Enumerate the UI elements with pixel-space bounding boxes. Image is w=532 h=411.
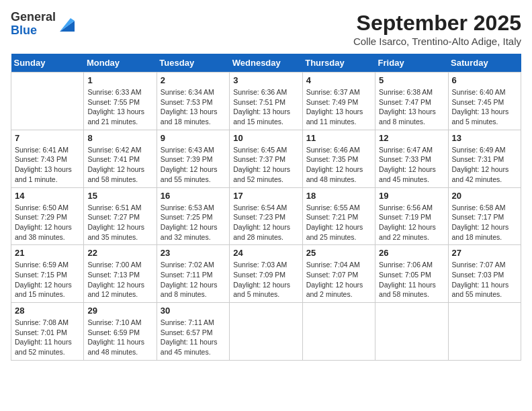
day-number: 18 bbox=[306, 191, 371, 201]
calendar-cell: 13Sunrise: 6:49 AMSunset: 7:31 PMDayligh… bbox=[448, 130, 521, 187]
calendar-cell bbox=[11, 73, 84, 130]
weekday-header: Saturday bbox=[448, 54, 521, 73]
day-number: 30 bbox=[161, 306, 226, 316]
weekday-row: SundayMondayTuesdayWednesdayThursdayFrid… bbox=[11, 54, 521, 73]
calendar-cell: 27Sunrise: 7:07 AMSunset: 7:03 PMDayligh… bbox=[448, 245, 521, 303]
calendar-cell: 4Sunrise: 6:37 AMSunset: 7:49 PMDaylight… bbox=[302, 73, 375, 130]
calendar-week: 21Sunrise: 6:59 AMSunset: 7:15 PMDayligh… bbox=[11, 245, 521, 303]
day-info: Sunrise: 7:04 AMSunset: 7:07 PMDaylight:… bbox=[306, 260, 371, 300]
calendar-cell: 5Sunrise: 6:38 AMSunset: 7:47 PMDaylight… bbox=[375, 73, 448, 130]
day-number: 10 bbox=[233, 133, 298, 143]
calendar-cell: 28Sunrise: 7:08 AMSunset: 7:01 PMDayligh… bbox=[11, 303, 84, 361]
logo-icon bbox=[57, 14, 77, 34]
day-info: Sunrise: 6:36 AMSunset: 7:51 PMDaylight:… bbox=[233, 87, 298, 127]
weekday-header: Sunday bbox=[11, 54, 84, 73]
day-info: Sunrise: 6:40 AMSunset: 7:45 PMDaylight:… bbox=[452, 87, 517, 127]
day-number: 28 bbox=[15, 306, 80, 316]
weekday-header: Monday bbox=[84, 54, 157, 73]
weekday-header: Wednesday bbox=[230, 54, 302, 73]
calendar-body: 1Sunrise: 6:33 AMSunset: 7:55 PMDaylight… bbox=[11, 73, 521, 361]
day-number: 8 bbox=[87, 133, 152, 143]
day-info: Sunrise: 7:10 AMSunset: 6:59 PMDaylight:… bbox=[87, 318, 152, 357]
day-info: Sunrise: 6:41 AMSunset: 7:43 PMDaylight:… bbox=[15, 145, 80, 185]
day-number: 19 bbox=[379, 191, 444, 201]
day-number: 5 bbox=[379, 75, 444, 85]
day-info: Sunrise: 7:11 AMSunset: 6:57 PMDaylight:… bbox=[161, 318, 226, 357]
calendar-cell: 11Sunrise: 6:46 AMSunset: 7:35 PMDayligh… bbox=[302, 130, 375, 187]
calendar-header: SundayMondayTuesdayWednesdayThursdayFrid… bbox=[11, 54, 521, 73]
calendar-cell: 17Sunrise: 6:54 AMSunset: 7:23 PMDayligh… bbox=[230, 187, 302, 245]
calendar-cell: 29Sunrise: 7:10 AMSunset: 6:59 PMDayligh… bbox=[84, 303, 157, 361]
calendar-cell: 24Sunrise: 7:03 AMSunset: 7:09 PMDayligh… bbox=[230, 245, 302, 303]
calendar-cell: 7Sunrise: 6:41 AMSunset: 7:43 PMDaylight… bbox=[11, 130, 84, 187]
weekday-header: Tuesday bbox=[157, 54, 229, 73]
weekday-header: Friday bbox=[375, 54, 448, 73]
day-info: Sunrise: 6:59 AMSunset: 7:15 PMDaylight:… bbox=[15, 260, 80, 300]
day-info: Sunrise: 6:43 AMSunset: 7:39 PMDaylight:… bbox=[161, 145, 226, 185]
calendar-cell: 30Sunrise: 7:11 AMSunset: 6:57 PMDayligh… bbox=[157, 303, 229, 361]
calendar-cell: 10Sunrise: 6:45 AMSunset: 7:37 PMDayligh… bbox=[230, 130, 302, 187]
weekday-header: Thursday bbox=[302, 54, 375, 73]
day-number: 17 bbox=[233, 191, 298, 201]
day-info: Sunrise: 6:37 AMSunset: 7:49 PMDaylight:… bbox=[306, 87, 371, 127]
day-info: Sunrise: 6:56 AMSunset: 7:19 PMDaylight:… bbox=[379, 203, 444, 242]
calendar-cell: 8Sunrise: 6:42 AMSunset: 7:41 PMDaylight… bbox=[84, 130, 157, 187]
day-info: Sunrise: 6:33 AMSunset: 7:55 PMDaylight:… bbox=[87, 87, 152, 127]
calendar-cell bbox=[230, 303, 302, 361]
day-number: 13 bbox=[452, 133, 517, 143]
day-number: 22 bbox=[87, 248, 152, 258]
day-info: Sunrise: 6:47 AMSunset: 7:33 PMDaylight:… bbox=[379, 145, 444, 185]
day-number: 23 bbox=[161, 248, 226, 258]
day-info: Sunrise: 6:45 AMSunset: 7:37 PMDaylight:… bbox=[233, 145, 298, 185]
day-info: Sunrise: 7:08 AMSunset: 7:01 PMDaylight:… bbox=[15, 318, 80, 357]
calendar-cell: 14Sunrise: 6:50 AMSunset: 7:29 PMDayligh… bbox=[11, 187, 84, 245]
day-info: Sunrise: 7:00 AMSunset: 7:13 PMDaylight:… bbox=[87, 260, 152, 300]
calendar-week: 28Sunrise: 7:08 AMSunset: 7:01 PMDayligh… bbox=[11, 303, 521, 361]
day-number: 25 bbox=[306, 248, 371, 258]
calendar-cell bbox=[302, 303, 375, 361]
calendar-cell: 3Sunrise: 6:36 AMSunset: 7:51 PMDaylight… bbox=[230, 73, 302, 130]
calendar-cell: 16Sunrise: 6:53 AMSunset: 7:25 PMDayligh… bbox=[157, 187, 229, 245]
page-header: General Blue September 2025 Colle Isarco… bbox=[11, 11, 521, 47]
day-info: Sunrise: 7:07 AMSunset: 7:03 PMDaylight:… bbox=[452, 260, 517, 300]
logo: General Blue bbox=[11, 11, 77, 38]
calendar-cell: 23Sunrise: 7:02 AMSunset: 7:11 PMDayligh… bbox=[157, 245, 229, 303]
calendar-cell: 1Sunrise: 6:33 AMSunset: 7:55 PMDaylight… bbox=[84, 73, 157, 130]
calendar-week: 1Sunrise: 6:33 AMSunset: 7:55 PMDaylight… bbox=[11, 73, 521, 130]
logo-blue: Blue bbox=[11, 24, 37, 37]
day-info: Sunrise: 6:54 AMSunset: 7:23 PMDaylight:… bbox=[233, 203, 298, 242]
calendar-week: 14Sunrise: 6:50 AMSunset: 7:29 PMDayligh… bbox=[11, 187, 521, 245]
calendar-cell: 21Sunrise: 6:59 AMSunset: 7:15 PMDayligh… bbox=[11, 245, 84, 303]
day-number: 2 bbox=[161, 75, 226, 85]
calendar-cell: 19Sunrise: 6:56 AMSunset: 7:19 PMDayligh… bbox=[375, 187, 448, 245]
day-info: Sunrise: 6:51 AMSunset: 7:27 PMDaylight:… bbox=[87, 203, 152, 242]
day-number: 29 bbox=[87, 306, 152, 316]
title-block: September 2025 Colle Isarco, Trentino-Al… bbox=[353, 11, 521, 47]
day-number: 26 bbox=[379, 248, 444, 258]
day-number: 15 bbox=[87, 191, 152, 201]
day-info: Sunrise: 6:55 AMSunset: 7:21 PMDaylight:… bbox=[306, 203, 371, 242]
day-number: 14 bbox=[15, 191, 80, 201]
day-number: 4 bbox=[306, 75, 371, 85]
logo-general: General bbox=[11, 10, 56, 24]
day-info: Sunrise: 7:02 AMSunset: 7:11 PMDaylight:… bbox=[161, 260, 226, 300]
day-number: 11 bbox=[306, 133, 371, 143]
day-info: Sunrise: 6:50 AMSunset: 7:29 PMDaylight:… bbox=[15, 203, 80, 242]
calendar-cell: 9Sunrise: 6:43 AMSunset: 7:39 PMDaylight… bbox=[157, 130, 229, 187]
day-number: 20 bbox=[452, 191, 517, 201]
calendar-cell: 6Sunrise: 6:40 AMSunset: 7:45 PMDaylight… bbox=[448, 73, 521, 130]
logo-text: General Blue bbox=[11, 11, 56, 38]
calendar-cell: 18Sunrise: 6:55 AMSunset: 7:21 PMDayligh… bbox=[302, 187, 375, 245]
calendar-cell: 26Sunrise: 7:06 AMSunset: 7:05 PMDayligh… bbox=[375, 245, 448, 303]
day-info: Sunrise: 6:42 AMSunset: 7:41 PMDaylight:… bbox=[87, 145, 152, 185]
day-info: Sunrise: 6:53 AMSunset: 7:25 PMDaylight:… bbox=[161, 203, 226, 242]
calendar-table: SundayMondayTuesdayWednesdayThursdayFrid… bbox=[11, 54, 521, 361]
day-number: 27 bbox=[452, 248, 517, 258]
month-title: September 2025 bbox=[353, 11, 521, 36]
day-info: Sunrise: 6:34 AMSunset: 7:53 PMDaylight:… bbox=[161, 87, 226, 127]
day-info: Sunrise: 7:03 AMSunset: 7:09 PMDaylight:… bbox=[233, 260, 298, 300]
day-number: 9 bbox=[161, 133, 226, 143]
day-info: Sunrise: 7:06 AMSunset: 7:05 PMDaylight:… bbox=[379, 260, 444, 300]
calendar-cell: 2Sunrise: 6:34 AMSunset: 7:53 PMDaylight… bbox=[157, 73, 229, 130]
day-number: 3 bbox=[233, 75, 298, 85]
